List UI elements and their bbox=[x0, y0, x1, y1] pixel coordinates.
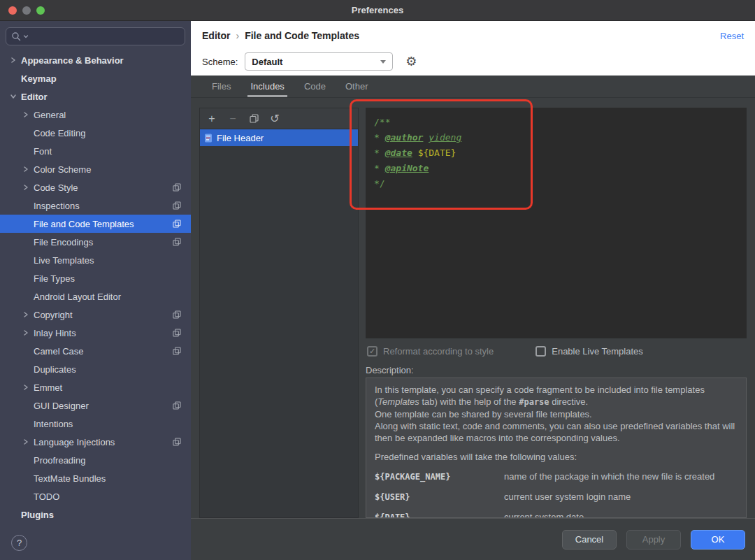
tab-includes[interactable]: Includes bbox=[249, 76, 285, 97]
sidebar-item-color-scheme[interactable]: Color Scheme bbox=[0, 160, 191, 178]
sidebar-item-label: Inlay Hints bbox=[34, 328, 76, 338]
sidebar-item-todo[interactable]: TODO bbox=[0, 487, 191, 505]
shared-settings-icon bbox=[173, 183, 181, 192]
variable-row: ${DATE}current system date bbox=[375, 511, 738, 518]
chevron-down-icon[interactable] bbox=[10, 93, 17, 100]
checkbox-checked-icon: ✓ bbox=[367, 346, 378, 357]
sidebar-item-label: File Encodings bbox=[34, 237, 93, 247]
sidebar-item-code-editing[interactable]: Code Editing bbox=[0, 124, 191, 142]
sidebar-item-label: Inspections bbox=[34, 201, 80, 211]
chevron-right-icon[interactable] bbox=[10, 57, 17, 64]
breadcrumb-item-editor[interactable]: Editor bbox=[202, 30, 230, 41]
revert-icon[interactable]: ↺ bbox=[270, 113, 280, 124]
sidebar-item-code-style[interactable]: Code Style bbox=[0, 178, 191, 196]
scheme-value: Default bbox=[252, 57, 282, 67]
sidebar-item-keymap[interactable]: Keymap bbox=[0, 69, 191, 87]
sidebar-item-label: Duplicates bbox=[34, 364, 76, 375]
sidebar-item-label: Copyright bbox=[34, 310, 73, 320]
close-button[interactable] bbox=[8, 6, 17, 15]
template-detail: /** * @author yideng * @date ${DATE} * @… bbox=[366, 108, 747, 518]
remove-icon[interactable]: − bbox=[228, 113, 238, 124]
sidebar-item-appearance-behavior[interactable]: Appearance & Behavior bbox=[0, 51, 191, 69]
template-list: File Header bbox=[200, 129, 358, 146]
chevron-right-icon[interactable] bbox=[22, 438, 29, 445]
sidebar-item-general[interactable]: General bbox=[0, 106, 191, 124]
sidebar-item-font[interactable]: Font bbox=[0, 142, 191, 160]
sidebar-item-label: TextMate Bundles bbox=[34, 473, 106, 484]
sidebar-item-plugins[interactable]: Plugins bbox=[0, 505, 191, 524]
variables-intro: Predefined variables will take the follo… bbox=[375, 451, 738, 463]
tab-files[interactable]: Files bbox=[210, 76, 232, 97]
template-list-item[interactable]: File Header bbox=[200, 129, 358, 146]
sidebar-item-file-and-code-templates[interactable]: File and Code Templates bbox=[0, 215, 191, 233]
sidebar-item-label: GUI Designer bbox=[34, 401, 89, 411]
cancel-button[interactable]: Cancel bbox=[562, 530, 617, 550]
live-templates-label: Enable Live Templates bbox=[552, 346, 643, 357]
variable-description: current user system login name bbox=[504, 491, 631, 503]
sidebar-item-duplicates[interactable]: Duplicates bbox=[0, 360, 191, 378]
ok-button[interactable]: OK bbox=[691, 530, 745, 550]
shared-settings-icon bbox=[173, 201, 181, 210]
sidebar-item-label: Camel Case bbox=[34, 346, 84, 357]
chevron-right-icon[interactable] bbox=[22, 111, 29, 118]
description-paragraph: One template can be shared by several fi… bbox=[375, 408, 738, 420]
search-icon bbox=[11, 31, 21, 41]
reformat-checkbox[interactable]: ✓ Reformat according to style bbox=[367, 346, 494, 357]
help-button[interactable]: ? bbox=[11, 535, 27, 551]
settings-main: Editor›File and Code Templates Reset Sch… bbox=[191, 21, 755, 560]
search-field[interactable] bbox=[6, 27, 185, 45]
sidebar-item-textmate-bundles[interactable]: TextMate Bundles bbox=[0, 469, 191, 487]
breadcrumb-separator: › bbox=[236, 30, 239, 41]
breadcrumb-row: Editor›File and Code Templates Reset bbox=[202, 21, 744, 50]
description-label: Description: bbox=[366, 362, 747, 378]
settings-header: Editor›File and Code Templates Reset Sch… bbox=[191, 21, 755, 76]
sidebar-item-editor[interactable]: Editor bbox=[0, 87, 191, 106]
sidebar-item-language-injections[interactable]: Language Injections bbox=[0, 433, 191, 451]
tab-code[interactable]: Code bbox=[303, 76, 327, 97]
search-history-chevron-icon[interactable] bbox=[23, 34, 29, 39]
description-paragraphs: In this template, you can specify a code… bbox=[375, 384, 738, 444]
sidebar-item-label: Color Scheme bbox=[34, 164, 91, 175]
zoom-button[interactable] bbox=[36, 6, 45, 15]
scheme-label: Scheme: bbox=[202, 57, 238, 67]
sidebar-item-intentions[interactable]: Intentions bbox=[0, 415, 191, 433]
sidebar-item-live-templates[interactable]: Live Templates bbox=[0, 251, 191, 269]
variable-name: ${DATE} bbox=[375, 512, 504, 518]
sidebar-item-proofreading[interactable]: Proofreading bbox=[0, 451, 191, 469]
sidebar-item-emmet[interactable]: Emmet bbox=[0, 378, 191, 396]
chevron-right-icon[interactable] bbox=[22, 166, 29, 173]
gear-icon[interactable]: ⚙ bbox=[405, 55, 417, 68]
reset-link[interactable]: Reset bbox=[720, 31, 744, 41]
settings-tree: Appearance & BehaviorKeymapEditorGeneral… bbox=[0, 51, 191, 560]
sidebar-item-inlay-hints[interactable]: Inlay Hints bbox=[0, 324, 191, 342]
search-input[interactable] bbox=[31, 31, 180, 42]
sidebar-item-copyright[interactable]: Copyright bbox=[0, 306, 191, 324]
sidebar-item-file-encodings[interactable]: File Encodings bbox=[0, 233, 191, 251]
apply-button[interactable]: Apply bbox=[626, 530, 681, 550]
breadcrumb-item-file-and-code-templates[interactable]: File and Code Templates bbox=[245, 30, 359, 41]
chevron-right-icon[interactable] bbox=[22, 311, 29, 318]
template-list-toolbar: + − ↺ bbox=[200, 108, 358, 129]
chevron-right-icon[interactable] bbox=[22, 329, 29, 336]
sidebar-item-label: Keymap bbox=[21, 73, 57, 84]
shared-settings-icon bbox=[173, 329, 181, 337]
code-line: * @date ${DATE} bbox=[374, 145, 738, 161]
sidebar-item-label: Code Style bbox=[34, 182, 78, 193]
copy-icon[interactable] bbox=[249, 114, 259, 123]
live-templates-checkbox[interactable]: Enable Live Templates bbox=[535, 346, 643, 357]
sidebar-item-file-types[interactable]: File Types bbox=[0, 269, 191, 287]
chevron-right-icon[interactable] bbox=[22, 184, 29, 191]
checkbox-unchecked-icon bbox=[535, 346, 546, 357]
add-icon[interactable]: + bbox=[207, 113, 217, 124]
scheme-select[interactable]: Default bbox=[245, 52, 393, 71]
sidebar-item-inspections[interactable]: Inspections bbox=[0, 196, 191, 215]
shared-settings-icon bbox=[173, 347, 181, 355]
sidebar-item-android-layout-editor[interactable]: Android Layout Editor bbox=[0, 287, 191, 306]
sidebar-item-camel-case[interactable]: Camel Case bbox=[0, 342, 191, 360]
sidebar-item-gui-designer[interactable]: GUI Designer bbox=[0, 396, 191, 415]
breadcrumb: Editor›File and Code Templates bbox=[202, 30, 359, 41]
tab-other[interactable]: Other bbox=[344, 76, 370, 97]
template-editor[interactable]: /** * @author yideng * @date ${DATE} * @… bbox=[366, 108, 747, 338]
variable-description: current system date bbox=[504, 511, 584, 518]
chevron-right-icon[interactable] bbox=[22, 384, 29, 391]
